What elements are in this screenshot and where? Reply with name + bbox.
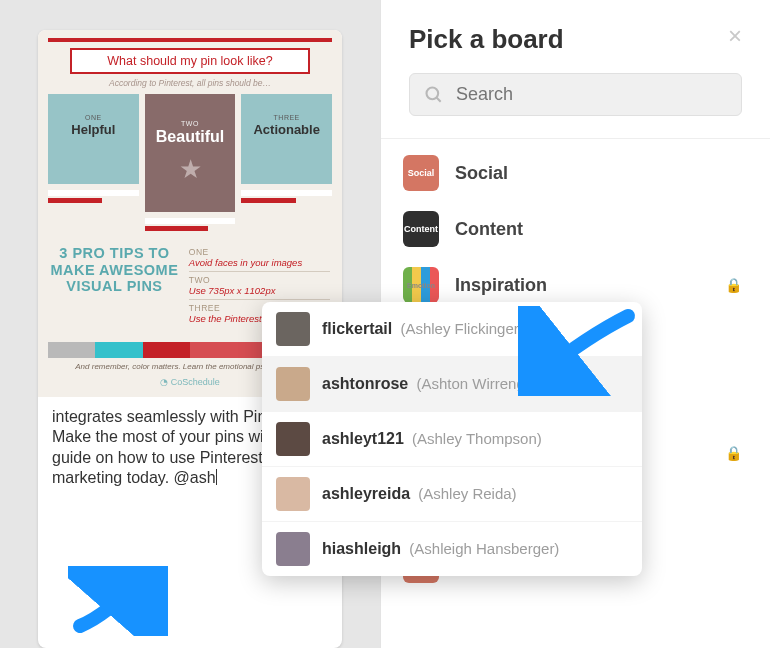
close-icon[interactable]: ×	[728, 22, 742, 50]
mention-username: flickertail	[322, 320, 392, 337]
board-row[interactable]: SocialSocial	[381, 145, 770, 201]
mention-username: ashleyreida	[322, 485, 410, 502]
board-thumbnail: Content	[403, 211, 439, 247]
panel-title: Pick a board	[409, 24, 742, 55]
mention-suggestion[interactable]: ashleyreida (Ashley Reida)	[262, 467, 642, 522]
board-name: Content	[455, 219, 742, 240]
mention-fullname: (Ashley Thompson)	[408, 430, 542, 447]
svg-line-1	[437, 97, 441, 101]
star-icon: ★	[179, 154, 202, 185]
tips-heading: 3 PRO TIPS TO MAKE AWESOME VISUAL PINS	[50, 245, 179, 330]
board-thumbnail: Emotion	[403, 267, 439, 303]
infographic-subtitle: According to Pinterest, all pins should …	[48, 78, 332, 88]
infographic-title: What should my pin look like?	[70, 48, 310, 74]
mention-suggestion[interactable]: hiashleigh (Ashleigh Hansberger)	[262, 522, 642, 576]
avatar	[276, 477, 310, 511]
board-name: Inspiration	[455, 275, 725, 296]
lock-icon: 🔒	[725, 445, 742, 461]
lock-icon: 🔒	[725, 277, 742, 293]
mention-fullname: (Ashleigh Hansberger)	[405, 540, 559, 557]
avatar	[276, 367, 310, 401]
mention-suggestion[interactable]: ashleyt121 (Ashley Thompson)	[262, 412, 642, 467]
avatar	[276, 422, 310, 456]
board-thumbnail: Social	[403, 155, 439, 191]
search-icon	[424, 85, 444, 105]
search-field[interactable]	[409, 73, 742, 116]
avatar	[276, 312, 310, 346]
mention-username: hiashleigh	[322, 540, 401, 557]
mention-fullname: (Ashley Flickinger)	[396, 320, 524, 337]
mention-fullname: (Ashley Reida)	[414, 485, 517, 502]
mention-username: ashtonrose	[322, 375, 408, 392]
board-row[interactable]: ContentContent	[381, 201, 770, 257]
mention-username: ashleyt121	[322, 430, 404, 447]
board-name: Social	[455, 163, 742, 184]
avatar	[276, 532, 310, 566]
search-input[interactable]	[456, 84, 727, 105]
annotation-arrow	[68, 566, 168, 636]
svg-point-0	[427, 87, 439, 99]
annotation-arrow	[518, 306, 638, 396]
